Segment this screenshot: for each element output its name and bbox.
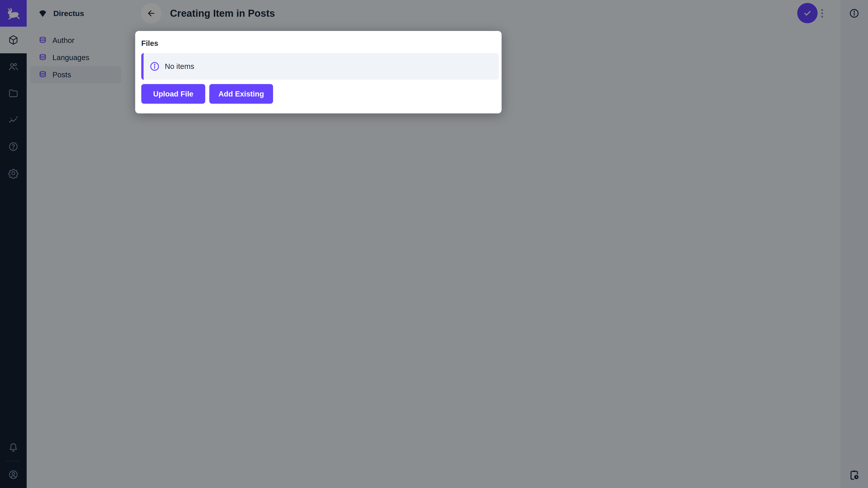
add-existing-button[interactable]: Add Existing [209, 84, 273, 104]
upload-file-button[interactable]: Upload File [141, 84, 205, 104]
files-field-dialog: Files No items Upload File Add Existing [135, 31, 502, 113]
notice-files: No items [141, 53, 499, 80]
info-icon [149, 61, 160, 72]
notice-text: No items [165, 62, 194, 71]
field-label-files: Files [141, 39, 158, 48]
files-buttons: Upload File Add Existing [141, 84, 273, 104]
